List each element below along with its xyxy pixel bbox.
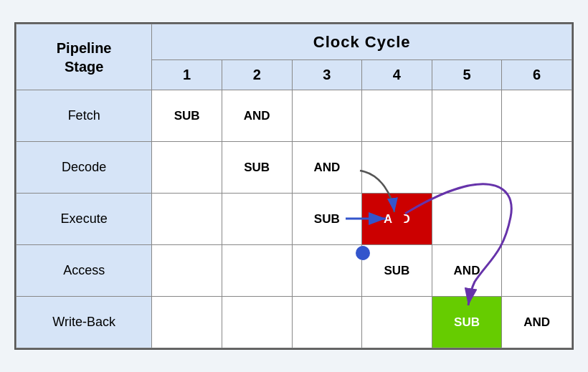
access-c4: SUB xyxy=(362,245,432,297)
wb-c3 xyxy=(292,297,362,348)
row-execute: Execute SUB AND xyxy=(16,194,572,245)
access-c2 xyxy=(222,245,292,297)
wb-c2 xyxy=(222,297,292,348)
col-header-3: 3 xyxy=(292,60,362,90)
decode-c4 xyxy=(362,142,432,194)
execute-c5 xyxy=(432,194,502,245)
decode-c5 xyxy=(432,142,502,194)
execute-c2 xyxy=(222,194,292,245)
row-writeback: Write-Back SUB AND xyxy=(16,297,572,348)
row-fetch: Fetch SUB AND xyxy=(16,90,572,142)
execute-c6 xyxy=(502,194,572,245)
fetch-c4 xyxy=(362,90,432,142)
execute-c4: AND xyxy=(362,194,432,245)
stage-decode: Decode xyxy=(16,142,152,194)
col-header-1: 1 xyxy=(152,60,222,90)
fetch-c5 xyxy=(432,90,502,142)
stage-access: Access xyxy=(16,245,152,297)
main-container: Pipeline Stage Clock Cycle 1 2 3 4 5 6 xyxy=(14,22,574,350)
row-decode: Decode SUB AND xyxy=(16,142,572,194)
execute-c3: SUB xyxy=(292,194,362,245)
row-access: Access SUB AND xyxy=(16,245,572,297)
fetch-c3 xyxy=(292,90,362,142)
col-header-5: 5 xyxy=(432,60,502,90)
clock-cycle-header: Clock Cycle xyxy=(152,24,572,60)
access-c6 xyxy=(502,245,572,297)
fetch-c6 xyxy=(502,90,572,142)
wb-c1 xyxy=(152,297,222,348)
wb-c5: SUB xyxy=(432,297,502,348)
decode-c2: SUB xyxy=(222,142,292,194)
access-c1 xyxy=(152,245,222,297)
stage-execute: Execute xyxy=(16,194,152,245)
decode-c3: AND xyxy=(292,142,362,194)
stage-writeback: Write-Back xyxy=(16,297,152,348)
execute-c1 xyxy=(152,194,222,245)
stage-fetch: Fetch xyxy=(16,90,152,142)
pipeline-diagram: Pipeline Stage Clock Cycle 1 2 3 4 5 6 xyxy=(16,24,572,348)
wb-c6: AND xyxy=(502,297,572,348)
col-header-4: 4 xyxy=(362,60,432,90)
access-c3 xyxy=(292,245,362,297)
fetch-c2: AND xyxy=(222,90,292,142)
fetch-c1: SUB xyxy=(152,90,222,142)
pipeline-table: Pipeline Stage Clock Cycle 1 2 3 4 5 6 xyxy=(16,24,572,348)
decode-c1 xyxy=(152,142,222,194)
col-header-6: 6 xyxy=(502,60,572,90)
decode-c6 xyxy=(502,142,572,194)
col-header-2: 2 xyxy=(222,60,292,90)
access-c5: AND xyxy=(432,245,502,297)
pipeline-stage-header: Pipeline Stage xyxy=(16,24,152,90)
wb-c4 xyxy=(362,297,432,348)
